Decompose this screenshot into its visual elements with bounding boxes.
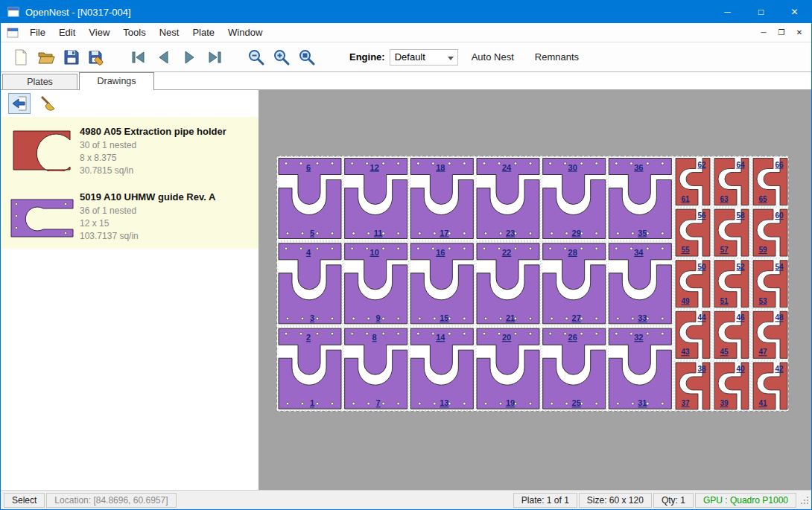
next-plate-button[interactable] xyxy=(177,45,202,69)
menu-item-plate[interactable]: Plate xyxy=(185,24,221,41)
remnants-button[interactable]: Remnants xyxy=(527,47,586,67)
save-as-button[interactable] xyxy=(84,45,110,69)
mdi-close-button[interactable]: ✕ xyxy=(790,25,808,41)
nest-cell[interactable]: 2221 xyxy=(476,242,541,325)
drill-hole xyxy=(316,332,319,335)
menu-item-edit[interactable]: Edit xyxy=(52,24,82,41)
plate-count: Plate: 1 of 1 xyxy=(513,493,577,508)
nest-cell[interactable]: 3635 xyxy=(608,157,673,240)
nest-cell[interactable]: 1211 xyxy=(344,157,409,240)
resize-grip[interactable] xyxy=(799,495,810,506)
nest-cell[interactable]: 3433 xyxy=(608,242,673,325)
nest-cell[interactable]: 1615 xyxy=(410,242,475,325)
nest-cell[interactable]: 1817 xyxy=(410,157,475,240)
menu-items: FileEditViewToolsNestPlateWindow xyxy=(23,24,269,41)
drill-hole xyxy=(397,402,400,405)
mdi-minimize-button[interactable]: ─ xyxy=(755,25,773,41)
nest-cell[interactable]: 6665 xyxy=(752,157,789,207)
new-button[interactable] xyxy=(8,45,34,69)
engine-select[interactable]: Default xyxy=(390,49,458,66)
save-button[interactable] xyxy=(59,45,84,69)
drill-hole xyxy=(352,402,355,405)
drill-hole xyxy=(397,162,400,165)
list-item[interactable]: 4980 A05 Extraction pipe holder 30 of 1 … xyxy=(1,117,258,182)
nest-cell[interactable]: 5453 xyxy=(752,259,789,309)
plate-sheet[interactable]: 6512111817242330293635431091615222128273… xyxy=(276,156,789,412)
nest-plate-svg[interactable]: 6512111817242330293635431091615222128273… xyxy=(276,156,789,412)
nest-cell[interactable]: 87 xyxy=(344,327,409,410)
nest-cell[interactable]: 65 xyxy=(278,157,343,240)
menu-item-tools[interactable]: Tools xyxy=(116,24,152,41)
menu-item-file[interactable]: File xyxy=(23,24,52,41)
close-button[interactable]: ✕ xyxy=(778,1,811,23)
nest-cell[interactable]: 5857 xyxy=(713,208,750,258)
nest-cell[interactable]: 2019 xyxy=(476,327,541,410)
nest-cell[interactable]: 3837 xyxy=(674,361,711,411)
nest-cell[interactable]: 1413 xyxy=(410,327,475,410)
nest-canvas[interactable]: 6512111817242330293635431091615222128273… xyxy=(258,90,811,490)
mdi-restore-button[interactable]: ❐ xyxy=(773,25,790,41)
part-number-label: 32 xyxy=(634,333,643,342)
document-icon[interactable] xyxy=(7,27,19,39)
list-item[interactable]: 5019 A10 UHMW guide Rev. A 36 of 1 neste… xyxy=(1,182,258,248)
nest-cell[interactable]: 3029 xyxy=(542,157,607,240)
nest-cell[interactable]: 2625 xyxy=(542,327,607,410)
auto-nest-button[interactable]: Auto Nest xyxy=(464,47,521,67)
drill-hole xyxy=(432,247,435,250)
nest-cell[interactable]: 5655 xyxy=(674,208,711,258)
nest-cell[interactable]: 4241 xyxy=(752,361,789,411)
new-file-icon xyxy=(12,48,30,66)
menu-item-nest[interactable]: Nest xyxy=(153,24,186,41)
minimize-button[interactable]: ─ xyxy=(711,1,744,23)
first-plate-button[interactable] xyxy=(126,45,151,69)
nest-cell[interactable]: 3231 xyxy=(608,327,673,410)
part-number-label: 36 xyxy=(634,163,643,172)
previous-plate-button[interactable] xyxy=(151,45,177,69)
nest-cell[interactable]: 4443 xyxy=(674,310,711,360)
menu-item-window[interactable]: Window xyxy=(221,24,269,41)
part-number-label: 24 xyxy=(502,163,512,172)
zoom-fit-button[interactable] xyxy=(294,45,320,69)
nest-cell[interactable]: 2827 xyxy=(542,242,607,325)
nest-cell[interactable]: 109 xyxy=(344,242,409,325)
nest-cell[interactable]: 6261 xyxy=(674,157,711,207)
nest-cell[interactable]: 21 xyxy=(278,327,343,410)
drill-hole xyxy=(382,247,385,250)
nest-cell[interactable]: 5049 xyxy=(674,259,711,309)
drill-hole xyxy=(352,317,355,320)
drill-hole xyxy=(662,232,664,235)
nest-cell[interactable]: 2423 xyxy=(476,157,541,240)
part-thumbnail xyxy=(5,123,80,176)
drill-hole xyxy=(316,402,319,405)
drill-hole xyxy=(419,317,422,320)
save-icon xyxy=(63,48,80,66)
drill-hole xyxy=(382,317,385,320)
zoom-out-button[interactable] xyxy=(244,45,269,69)
drill-hole xyxy=(366,162,369,165)
tab-plates[interactable]: Plates xyxy=(2,74,77,89)
import-drawing-button[interactable] xyxy=(8,93,31,114)
nest-cell[interactable]: 4847 xyxy=(752,310,789,360)
nest-cell[interactable]: 4039 xyxy=(713,361,750,411)
clear-drawings-button[interactable] xyxy=(37,93,59,114)
part-number-label: 10 xyxy=(370,248,379,257)
drill-hole xyxy=(463,247,466,250)
tab-drawings[interactable]: Drawings xyxy=(79,72,154,90)
drill-hole xyxy=(351,162,354,165)
nest-cell[interactable]: 5251 xyxy=(713,259,750,309)
part-number-label: 35 xyxy=(638,229,647,238)
main-toolbar: Engine: Default Auto Nest Remnants xyxy=(1,42,811,72)
drill-hole xyxy=(417,162,420,165)
nest-cell[interactable]: 4645 xyxy=(713,310,750,360)
maximize-button[interactable]: □ xyxy=(744,1,778,23)
open-button[interactable] xyxy=(34,45,59,69)
zoom-in-button[interactable] xyxy=(269,45,294,69)
drill-hole xyxy=(551,232,554,235)
nest-cell[interactable]: 6059 xyxy=(752,208,789,258)
nest-cell[interactable]: 43 xyxy=(278,242,343,325)
drill-hole xyxy=(580,162,583,165)
menu-item-view[interactable]: View xyxy=(82,24,116,41)
last-plate-button[interactable] xyxy=(202,45,227,69)
nest-cell[interactable]: 6463 xyxy=(713,157,750,207)
part-number-label: 33 xyxy=(638,313,647,322)
